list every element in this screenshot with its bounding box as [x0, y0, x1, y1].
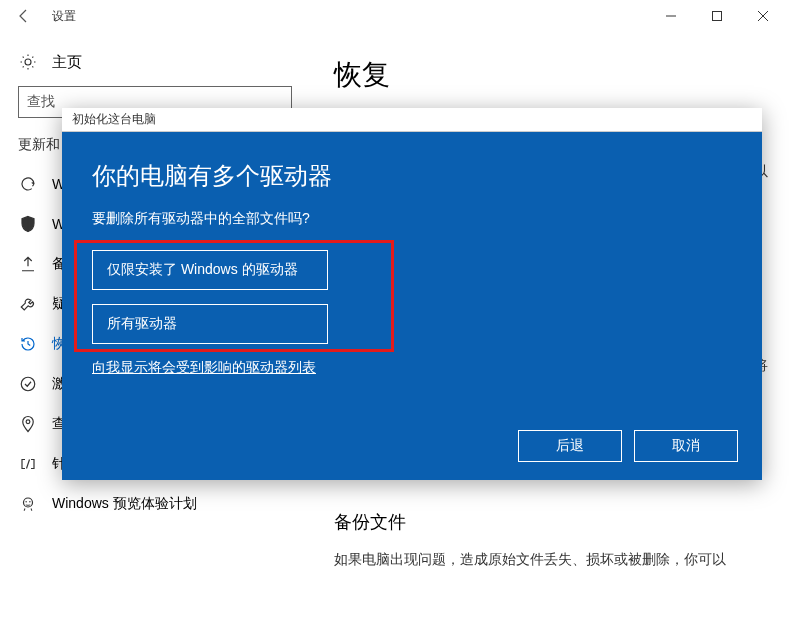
dialog-subtitle: 要删除所有驱动器中的全部文件吗?: [92, 210, 732, 228]
reset-pc-dialog: 初始化这台电脑 你的电脑有多个驱动器 要删除所有驱动器中的全部文件吗? 仅限安装…: [62, 108, 762, 480]
arrow-left-icon: [16, 8, 32, 24]
search-placeholder: 查找: [27, 93, 55, 111]
sidebar-home[interactable]: 主页: [0, 46, 310, 86]
dialog-title: 你的电脑有多个驱动器: [92, 160, 732, 192]
cancel-button[interactable]: 取消: [634, 430, 738, 462]
svg-rect-0: [713, 12, 722, 21]
sync-icon: [18, 174, 38, 194]
sidebar-item-insider[interactable]: Windows 预览体验计划: [0, 484, 310, 524]
minimize-icon: [666, 11, 676, 21]
wrench-icon: [18, 294, 38, 314]
titlebar: 设置: [0, 0, 798, 32]
sidebar-item-label: Windows 预览体验计划: [52, 495, 197, 513]
location-icon: [18, 414, 38, 434]
shield-icon: [18, 214, 38, 234]
svg-point-2: [26, 420, 30, 424]
svg-point-1: [21, 377, 35, 391]
close-icon: [758, 11, 768, 21]
page-title: 恢复: [334, 56, 798, 94]
history-icon: [18, 334, 38, 354]
svg-point-5: [29, 501, 31, 503]
window-controls: [648, 0, 786, 32]
dev-icon: [18, 454, 38, 474]
minimize-button[interactable]: [648, 0, 694, 32]
section-backup-title: 备份文件: [334, 510, 798, 534]
check-circle-icon: [18, 374, 38, 394]
dialog-body: 你的电脑有多个驱动器 要删除所有驱动器中的全部文件吗? 仅限安装了 Window…: [62, 132, 762, 480]
dialog-footer: 后退 取消: [518, 430, 738, 462]
option-only-windows-drive[interactable]: 仅限安装了 Windows 的驱动器: [92, 250, 328, 290]
dialog-header: 初始化这台电脑: [62, 108, 762, 132]
section-backup-body: 如果电脑出现问题，造成原始文件丢失、损坏或被删除，你可以: [334, 548, 754, 572]
option-all-drives[interactable]: 所有驱动器: [92, 304, 328, 344]
back-button[interactable]: [12, 4, 36, 28]
close-button[interactable]: [740, 0, 786, 32]
sidebar-home-label: 主页: [52, 53, 82, 72]
upload-icon: [18, 254, 38, 274]
insider-icon: [18, 494, 38, 514]
maximize-button[interactable]: [694, 0, 740, 32]
gear-icon: [18, 52, 38, 72]
show-affected-drives-link[interactable]: 向我显示将会受到影响的驱动器列表: [92, 359, 316, 375]
window-title: 设置: [52, 8, 76, 25]
back-button-dialog[interactable]: 后退: [518, 430, 622, 462]
maximize-icon: [712, 11, 722, 21]
svg-point-4: [25, 501, 27, 503]
dialog-header-title: 初始化这台电脑: [72, 111, 156, 128]
